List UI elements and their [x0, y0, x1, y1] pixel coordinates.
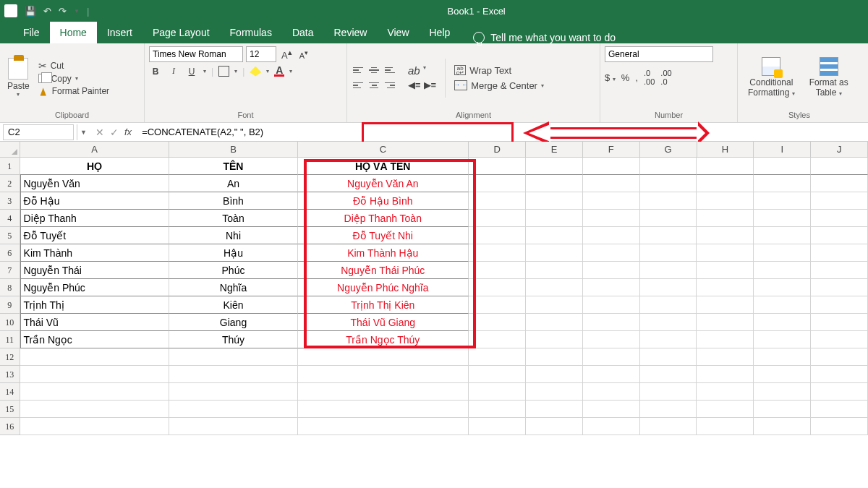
- redo-icon[interactable]: ↷: [59, 6, 67, 17]
- cell-H13[interactable]: [697, 366, 754, 383]
- increase-decimal-button[interactable]: .0.00: [644, 69, 655, 86]
- name-box-dropdown-icon[interactable]: ▼: [77, 124, 90, 140]
- font-name-select[interactable]: [149, 46, 243, 62]
- wrap-text-button[interactable]: abc↵Wrap Text: [454, 65, 544, 76]
- cell-C7[interactable]: Nguyễn Thái Phúc: [298, 262, 469, 279]
- cell-B2[interactable]: An: [169, 175, 297, 192]
- comma-format-button[interactable]: ,: [635, 72, 638, 83]
- tab-review[interactable]: Review: [324, 22, 378, 43]
- tab-formulas[interactable]: Formulas: [220, 22, 282, 43]
- cell-I14[interactable]: [754, 383, 811, 401]
- cell-G10[interactable]: [640, 314, 697, 331]
- cell-G9[interactable]: [640, 296, 697, 314]
- cell-I15[interactable]: [754, 401, 811, 418]
- col-header-H[interactable]: H: [697, 142, 754, 157]
- row-header-16[interactable]: 16: [0, 418, 20, 435]
- accounting-format-button[interactable]: $ ▾: [605, 72, 616, 83]
- cell-J2[interactable]: [811, 175, 868, 192]
- borders-button[interactable]: [218, 66, 229, 77]
- row-header-2[interactable]: 2: [0, 175, 20, 192]
- cell-F11[interactable]: [583, 331, 640, 348]
- tab-insert[interactable]: Insert: [97, 22, 142, 43]
- cell-H16[interactable]: [697, 418, 754, 435]
- cell-I12[interactable]: [754, 348, 811, 366]
- cell-B16[interactable]: [169, 418, 297, 435]
- row-header-12[interactable]: 12: [0, 348, 20, 366]
- number-format-select[interactable]: [605, 46, 713, 62]
- decrease-decimal-button[interactable]: .00.0: [660, 69, 671, 86]
- cell-I13[interactable]: [754, 366, 811, 383]
- name-box[interactable]: [3, 124, 74, 140]
- increase-indent-button[interactable]: ▶≡: [424, 80, 437, 91]
- cell-C15[interactable]: [298, 401, 469, 418]
- cell-F16[interactable]: [583, 418, 640, 435]
- cell-A7[interactable]: Nguyễn Thái: [20, 262, 170, 279]
- cell-I2[interactable]: [754, 175, 811, 192]
- cell-J13[interactable]: [811, 366, 868, 383]
- cell-I9[interactable]: [754, 296, 811, 314]
- underline-button[interactable]: U: [185, 67, 198, 77]
- row-header-4[interactable]: 4: [0, 210, 20, 227]
- row-header-9[interactable]: 9: [0, 296, 20, 314]
- align-bottom-button[interactable]: [383, 64, 396, 76]
- format-as-table-button[interactable]: Format as Table ▾: [804, 56, 854, 100]
- cell-H7[interactable]: [697, 262, 754, 279]
- cell-F13[interactable]: [583, 366, 640, 383]
- cell-B7[interactable]: Phúc: [169, 262, 297, 279]
- paste-button[interactable]: Paste ▾: [4, 56, 33, 99]
- row-header-6[interactable]: 6: [0, 244, 20, 262]
- orientation-button[interactable]: ab: [408, 64, 420, 77]
- cell-A8[interactable]: Nguyễn Phúc: [20, 279, 170, 296]
- cell-D8[interactable]: [469, 279, 526, 296]
- col-header-E[interactable]: E: [526, 142, 583, 157]
- cell-E8[interactable]: [526, 279, 583, 296]
- cell-F5[interactable]: [583, 227, 640, 244]
- cell-F1[interactable]: [583, 158, 640, 175]
- decrease-indent-button[interactable]: ◀≡: [408, 80, 421, 91]
- cell-H15[interactable]: [697, 401, 754, 418]
- cell-E10[interactable]: [526, 314, 583, 331]
- worksheet-grid[interactable]: A B C D E F G H I J 1HỌTÊNHỌ VÀ TÊN2Nguy…: [0, 142, 868, 435]
- cell-I3[interactable]: [754, 192, 811, 210]
- cell-J14[interactable]: [811, 383, 868, 401]
- cell-J16[interactable]: [811, 418, 868, 435]
- decrease-font-icon[interactable]: A▾: [297, 48, 310, 60]
- cell-D2[interactable]: [469, 175, 526, 192]
- cell-E1[interactable]: [526, 158, 583, 175]
- merge-center-button[interactable]: Merge & Center ▾: [454, 80, 544, 91]
- cell-I10[interactable]: [754, 314, 811, 331]
- cell-B15[interactable]: [169, 401, 297, 418]
- cell-A16[interactable]: [20, 418, 170, 435]
- cell-E15[interactable]: [526, 401, 583, 418]
- cell-G4[interactable]: [640, 210, 697, 227]
- cell-D6[interactable]: [469, 244, 526, 262]
- cell-E5[interactable]: [526, 227, 583, 244]
- cell-G12[interactable]: [640, 348, 697, 366]
- cell-A9[interactable]: Trịnh Thị: [20, 296, 170, 314]
- cell-F3[interactable]: [583, 192, 640, 210]
- cell-E9[interactable]: [526, 296, 583, 314]
- cell-D1[interactable]: [469, 158, 526, 175]
- cell-C3[interactable]: Đỗ Hậu Bình: [298, 192, 469, 210]
- cell-F7[interactable]: [583, 262, 640, 279]
- cell-D11[interactable]: [469, 331, 526, 348]
- cell-D7[interactable]: [469, 262, 526, 279]
- cell-E4[interactable]: [526, 210, 583, 227]
- row-header-5[interactable]: 5: [0, 227, 20, 244]
- cell-B1[interactable]: TÊN: [169, 158, 297, 175]
- cell-F14[interactable]: [583, 383, 640, 401]
- cell-C5[interactable]: Đỗ Tuyết Nhi: [298, 227, 469, 244]
- cell-G13[interactable]: [640, 366, 697, 383]
- cell-A3[interactable]: Đỗ Hậu: [20, 192, 170, 210]
- cell-B12[interactable]: [169, 348, 297, 366]
- col-header-D[interactable]: D: [469, 142, 526, 157]
- cell-C4[interactable]: Diệp Thanh Toàn: [298, 210, 469, 227]
- cell-F9[interactable]: [583, 296, 640, 314]
- cell-B13[interactable]: [169, 366, 297, 383]
- cell-I6[interactable]: [754, 244, 811, 262]
- row-header-8[interactable]: 8: [0, 279, 20, 296]
- tab-data[interactable]: Data: [282, 22, 324, 43]
- align-middle-button[interactable]: [367, 64, 380, 76]
- cell-D10[interactable]: [469, 314, 526, 331]
- align-top-button[interactable]: [352, 64, 365, 76]
